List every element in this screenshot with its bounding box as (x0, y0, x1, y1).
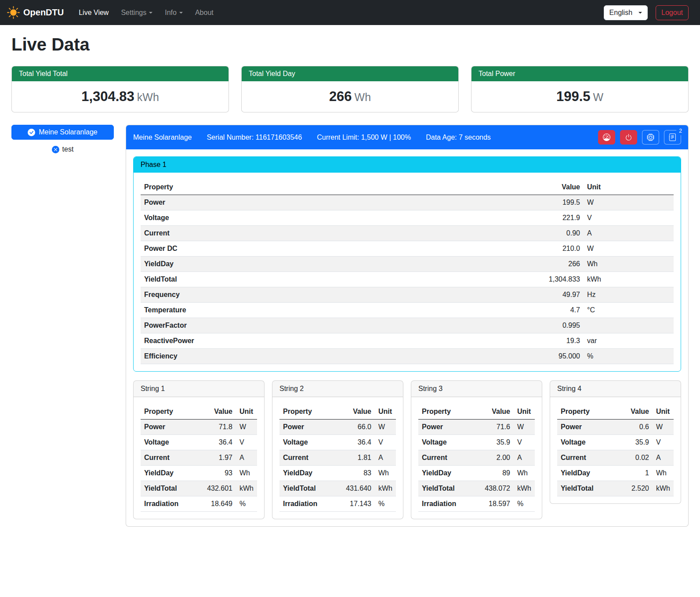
limit-settings-button[interactable] (598, 130, 615, 145)
power-control-button[interactable] (620, 130, 637, 145)
device-info-button[interactable] (642, 130, 659, 145)
inverter-card-header: Meine Solaranlage Serial Number: 1161716… (126, 125, 688, 149)
unit-cell: kWh (514, 481, 535, 496)
value-cell: 2.520 (617, 481, 653, 496)
unit-cell: V (514, 435, 535, 450)
property-cell: ReactivePower (141, 333, 526, 349)
language-selector[interactable]: English (604, 5, 648, 20)
table-row: Power DC 210.0 W (141, 241, 674, 257)
inverter-select-meine-solaranlage[interactable]: Meine Solaranlage (11, 125, 114, 140)
property-cell: YieldTotal (141, 272, 526, 287)
table-row: YieldDay 83 Wh (279, 466, 396, 481)
summary-card-body: 1,304.83kWh (12, 81, 228, 112)
unit-cell: Wh (236, 466, 257, 481)
property-cell: Power (418, 420, 479, 435)
value-cell: 1.97 (201, 450, 236, 466)
table-row: YieldTotal 438.072 kWh (418, 481, 535, 496)
value-cell: 36.4 (201, 435, 236, 450)
nav-item-settings[interactable]: Settings (115, 5, 159, 20)
table-row: PowerFactor 0.995 (141, 318, 674, 333)
inverter-name: Meine Solaranlage (133, 134, 192, 141)
speedometer-icon (603, 134, 610, 141)
string-4-table: Property Value Unit Power (557, 404, 674, 496)
summary-card-total-yield-day: Total Yield Day 266Wh (241, 66, 459, 112)
value-cell: 17.143 (340, 496, 375, 512)
summary-card-body: 266Wh (242, 81, 458, 112)
brand[interactable]: OpenDTU (7, 6, 64, 19)
column-header-value: Value (526, 180, 584, 195)
inverter-serial: Serial Number: 116171603546 (207, 134, 302, 141)
inverter-current-limit: Current Limit: 1,500 W | 100% (317, 134, 411, 141)
logout-button[interactable]: Logout (656, 5, 689, 20)
property-cell: Current (279, 450, 340, 466)
table-row: Temperature 4.7 °C (141, 303, 674, 318)
unit-cell (584, 318, 674, 333)
value-cell: 0.90 (526, 226, 584, 241)
language-selector-value: English (609, 9, 632, 17)
value-cell: 71.6 (479, 420, 514, 435)
property-cell: YieldTotal (279, 481, 340, 496)
string-3-title: String 3 (411, 381, 542, 397)
property-cell: Efficiency (141, 349, 526, 364)
unit-cell: A (584, 226, 674, 241)
value-cell: 0.995 (526, 318, 584, 333)
power-icon (625, 134, 632, 141)
nav-item-live-view[interactable]: Live View (73, 5, 115, 20)
summary-card-value: 199.5 (556, 89, 591, 104)
column-header-unit: Unit (584, 180, 674, 195)
column-header-property: Property (141, 404, 201, 420)
unit-cell: % (375, 496, 396, 512)
unit-cell: W (236, 420, 257, 435)
unit-cell: kWh (584, 272, 674, 287)
value-cell: 19.3 (526, 333, 584, 349)
inverter-select-label: test (62, 145, 74, 153)
table-row: Power 0.6 W (557, 420, 674, 435)
column-header-unit: Unit (653, 404, 674, 420)
property-cell: Current (557, 450, 617, 466)
property-cell: Power (141, 420, 201, 435)
unit-cell: V (236, 435, 257, 450)
value-cell: 83 (340, 466, 375, 481)
nav-item-label: Live View (79, 9, 109, 17)
column-header-property: Property (557, 404, 617, 420)
table-row: YieldTotal 432.601 kWh (141, 481, 257, 496)
value-cell: 95.000 (526, 349, 584, 364)
nav-item-info[interactable]: Info (159, 5, 189, 20)
value-cell: 71.8 (201, 420, 236, 435)
table-row: Power 66.0 W (279, 420, 396, 435)
property-cell: Power (141, 195, 526, 210)
inverter-data-age: Data Age: 7 seconds (426, 134, 491, 141)
table-row: YieldDay 266 Wh (141, 257, 674, 272)
table-row: YieldDay 1 Wh (557, 466, 674, 481)
property-cell: Current (141, 450, 201, 466)
inverter-select-test[interactable]: test (11, 145, 114, 153)
unit-cell: kWh (236, 481, 257, 496)
unit-cell: kWh (375, 481, 396, 496)
unit-cell: A (514, 450, 535, 466)
top-navbar: OpenDTU Live View Settings Info About En… (0, 0, 700, 25)
nav-item-about[interactable]: About (189, 5, 220, 20)
caret-down-icon (638, 12, 642, 14)
property-cell: Voltage (279, 435, 340, 450)
table-row: Power 71.8 W (141, 420, 257, 435)
value-cell: 199.5 (526, 195, 584, 210)
property-cell: Power (557, 420, 617, 435)
page-content: Live Data Total Yield Total 1,304.83kWh … (0, 25, 700, 538)
property-cell: YieldTotal (418, 481, 479, 496)
property-cell: Irradiation (279, 496, 340, 512)
unit-cell: Wh (514, 466, 535, 481)
property-cell: YieldDay (418, 466, 479, 481)
property-cell: YieldDay (557, 466, 617, 481)
event-log-button[interactable]: 2 (664, 130, 681, 145)
column-header-unit: Unit (514, 404, 535, 420)
inverter-select-label: Meine Solaranlage (39, 128, 97, 136)
sun-icon (7, 6, 20, 19)
column-header-property: Property (418, 404, 479, 420)
value-cell: 35.9 (617, 435, 653, 450)
column-header-unit: Unit (236, 404, 257, 420)
table-row: Efficiency 95.000 % (141, 349, 674, 364)
table-row: YieldTotal 2.520 kWh (557, 481, 674, 496)
unit-cell: Hz (584, 287, 674, 303)
summary-card-unit: kWh (137, 91, 159, 103)
property-cell: YieldDay (141, 257, 526, 272)
